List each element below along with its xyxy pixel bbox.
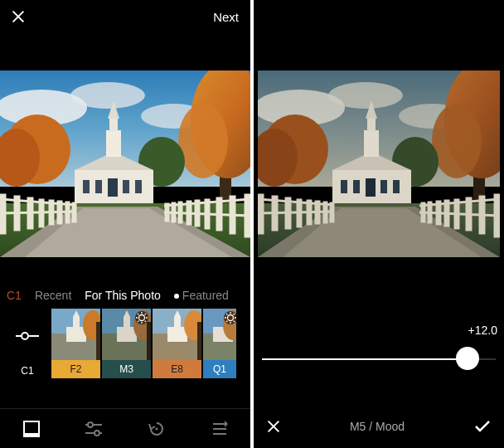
filter-m3-label: M3 [102,360,151,378]
svg-rect-46 [66,327,86,342]
photo-preview[interactable] [0,71,250,257]
svg-rect-141 [500,71,504,257]
svg-rect-71 [197,322,201,360]
presets-tab-icon[interactable] [22,419,41,439]
svg-point-2 [70,82,145,109]
svg-rect-116 [366,178,376,197]
svg-rect-114 [380,180,387,193]
photo-preview-filtered[interactable] [254,71,504,257]
svg-point-103 [432,104,482,178]
filter-adjust-icon[interactable] [3,310,51,362]
svg-line-129 [258,212,334,213]
svg-rect-55 [147,322,151,360]
tab-c1[interactable]: C1 [7,289,22,302]
svg-point-99 [328,82,403,109]
next-button[interactable]: Next [213,10,239,24]
svg-rect-15 [83,180,90,193]
filter-current-label: C1 [3,362,51,380]
tab-for-this-photo[interactable]: For This Photo [85,289,161,302]
svg-point-89 [88,422,93,427]
svg-rect-18 [135,180,142,193]
svg-rect-113 [353,180,360,193]
svg-rect-49 [96,322,100,360]
svg-rect-109 [364,130,379,157]
bottom-bar: M5 / Mood [254,405,504,448]
slider-value: +12.0 [468,324,497,337]
svg-marker-96 [225,421,228,427]
editor-left-pane: Next [0,0,250,448]
svg-rect-19 [108,178,118,197]
bottom-toolbar [0,408,250,448]
filter-current[interactable]: C1 [3,309,51,382]
filter-q1[interactable]: Q1 [203,309,236,382]
svg-rect-110 [367,119,376,132]
organize-tab-icon[interactable] [209,419,229,439]
svg-rect-87 [24,433,39,436]
confirm-icon[interactable] [474,421,491,432]
svg-rect-115 [393,180,400,193]
dot-icon [174,294,179,299]
svg-point-6 [178,104,228,178]
svg-point-91 [94,431,99,436]
svg-line-32 [0,212,76,213]
svg-rect-12 [106,130,121,157]
cancel-icon[interactable] [267,420,280,433]
filter-f2[interactable]: F2 [51,309,100,382]
svg-rect-140 [254,71,258,257]
svg-rect-13 [109,119,118,132]
svg-point-92 [155,427,158,430]
filter-e8[interactable]: E8 [153,309,201,382]
filter-row[interactable]: C1 F2 M3 E8 Q1 [0,309,250,382]
svg-rect-52 [117,327,137,342]
tab-featured[interactable]: Featured [174,289,229,302]
gear-icon [134,310,149,325]
topbar: Next [0,0,250,33]
tab-recent[interactable]: Recent [35,289,71,302]
adjust-tab-icon[interactable] [84,419,104,439]
svg-rect-17 [123,180,129,193]
filter-m3[interactable]: M3 [102,309,151,382]
svg-rect-16 [95,180,102,193]
svg-rect-112 [341,180,347,193]
close-icon[interactable] [12,10,25,23]
filter-q1-label: Q1 [203,360,236,378]
slider-fill [262,358,468,360]
slider-handle[interactable] [456,347,479,370]
filter-tabs: C1 Recent For This Photo Featured [0,282,250,309]
filter-name-label[interactable]: M5 / Mood [350,420,405,433]
editor-right-pane: +12.0 M5 / Mood [254,0,504,448]
filter-e8-label: E8 [153,360,201,378]
history-tab-icon[interactable] [147,419,167,439]
filter-f2-label: F2 [51,360,100,378]
gear-icon [223,310,238,325]
svg-rect-68 [167,327,187,342]
